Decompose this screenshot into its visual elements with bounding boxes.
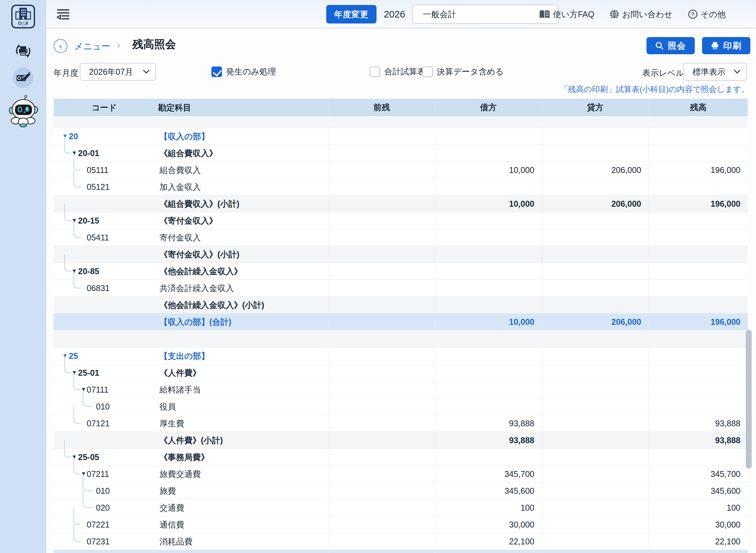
table-row-20-01[interactable]: ▼20-01《組合費収入》 [54, 145, 748, 162]
cell-debit: 10,000 [435, 162, 542, 178]
include-closing-label: 決算データ含める [437, 66, 504, 77]
amount-value: 93,888 [509, 415, 534, 432]
vertical-scrollbar[interactable] [746, 330, 752, 469]
table-row-20-85[interactable]: ▼20-85《他会計繰入金収入》 [54, 263, 748, 280]
account-name: 組合費収入 [159, 162, 201, 179]
table-row-25-05[interactable]: ▼25-05《事務局費》 [54, 449, 748, 466]
column-header-credit: 貸方 [542, 99, 649, 116]
amount-value: 345,700 [711, 466, 741, 483]
content: ‹ メニュー › 残高照会 照会 [46, 28, 756, 553]
cell-debit: 93,888 [435, 432, 542, 449]
tree-connector [73, 221, 81, 238]
inquire-button[interactable]: 照会 [647, 37, 695, 54]
cell-balance [649, 280, 748, 296]
account-code: 25-01 [78, 365, 99, 381]
account-name: 旅費交通費 [159, 466, 201, 483]
cell-prev-balance [328, 162, 435, 178]
cell-debit: 345,600 [435, 483, 542, 499]
account-code: 20-15 [78, 212, 99, 229]
table-row-25[interactable]: ▼25【支出の部】 [54, 347, 748, 365]
robot-mascot[interactable] [6, 95, 41, 128]
globe-icon [609, 9, 619, 19]
table-row-25-01[interactable]: ▼25-01《人件費》 [54, 365, 748, 381]
table-row-20-15[interactable]: ▼20-15《寄付金収入》 [54, 212, 748, 229]
breadcrumb-menu-link[interactable]: メニュー [74, 41, 110, 52]
sidebar-collapse-icon[interactable] [56, 7, 70, 21]
table-row-07111[interactable]: ▼07111給料諸手当 [54, 381, 748, 398]
cell-credit [542, 229, 649, 246]
cell-debit [435, 398, 542, 415]
cell-account: ▼20-85《他会計繰入金収入》 [54, 263, 328, 280]
tree-connector [64, 136, 71, 153]
cell-account: ▼20【収入の部】 [54, 128, 328, 145]
tree-connector [73, 170, 81, 187]
include-closing-checkbox[interactable]: 決算データ含める [422, 66, 504, 77]
back-button[interactable]: ‹ [54, 39, 68, 53]
account-name: 寄付金収入 [159, 229, 201, 246]
year-month-select[interactable]: 2026年07月 [80, 63, 156, 81]
table-header-row: コード勘定科目前残借方貸方残高 [54, 99, 748, 116]
table-row-20[interactable]: ▼20【収入の部】 [54, 128, 748, 145]
print-sync-icon[interactable] [13, 41, 33, 61]
cell-account: ▼20-15《寄付金収入》 [54, 212, 328, 229]
occurred-only-label: 発生のみ処理 [226, 66, 276, 77]
balance-table: コード勘定科目前残借方貸方残高▼20【収入の部】▼20-01《組合費収入》051… [54, 98, 748, 553]
faq-link[interactable]: 使い方FAQ [539, 9, 595, 20]
table-row-07231: 07231消耗品費22,10022,100 [54, 533, 748, 550]
company-logo-icon[interactable]: O△X [11, 5, 35, 28]
cell-credit [542, 398, 649, 415]
account-name: 【支出の部】 [159, 347, 210, 365]
display-level-select[interactable]: 標準表示 [683, 63, 747, 81]
cell-debit [435, 145, 542, 161]
filter-row: 年月度 2026年07月 発生のみ処理 合計試算表 決算データ含める [54, 63, 756, 83]
account-code: 010 [96, 398, 110, 415]
trial-balance-checkbox[interactable]: 合計試算表 [370, 66, 426, 77]
cell-debit [435, 212, 542, 229]
amount-value: 93,888 [509, 432, 534, 449]
table-row-total: 【収入の部】(合計)10,000206,000196,000 [54, 314, 748, 330]
cell-prev-balance [328, 415, 435, 431]
amount-value: 30,000 [715, 516, 741, 533]
year-change-button[interactable]: 年度変更 [326, 5, 377, 23]
cell-credit: 206,000 [542, 195, 649, 212]
cell-prev-balance [328, 347, 435, 364]
cell-debit [435, 263, 542, 280]
account-code: 020 [96, 499, 110, 516]
cell-balance: 100 [649, 499, 748, 516]
payment-hand-icon[interactable] [13, 68, 33, 88]
amount-value: 345,700 [505, 466, 534, 483]
account-book-value: 一般会計 [423, 9, 456, 20]
cell-balance: 196,000 [649, 195, 748, 212]
cell-prev-balance [328, 516, 435, 533]
others-link[interactable]: ? その他 [688, 9, 726, 20]
account-name: 《人件費》 [159, 365, 201, 381]
table-row-05111: 05111組合費収入10,000206,000196,000 [54, 162, 748, 179]
account-code: 05121 [87, 179, 110, 195]
account-name: 役員 [159, 398, 176, 415]
account-name: 《他会計繰入金収入》 [159, 263, 242, 280]
printer-icon [711, 42, 719, 50]
table-row-07211[interactable]: ▼07211旅費交通費345,700345,700 [54, 466, 748, 483]
print-button[interactable]: 印刷 [702, 37, 750, 54]
cell-balance [649, 297, 748, 313]
account-name: 通信費 [159, 516, 184, 533]
cell-credit [542, 499, 649, 516]
occurred-only-checkbox[interactable]: 発生のみ処理 [211, 66, 276, 77]
account-book-select[interactable]: 一般会計 [412, 5, 559, 24]
cell-account: 010旅費 [54, 483, 328, 499]
logo-text: O△X [18, 20, 29, 26]
amount-value: 100 [520, 499, 534, 516]
cell-debit [435, 246, 542, 263]
tree-connector [64, 204, 71, 221]
account-code: 07221 [87, 516, 110, 533]
cell-balance [649, 449, 748, 465]
tree-connector [73, 406, 81, 424]
tree-connector [73, 457, 81, 474]
cell-debit [435, 365, 542, 381]
contact-link[interactable]: お問い合わせ [609, 9, 672, 20]
account-name: 《寄付金収入》 [159, 212, 217, 229]
cell-balance: 30,000 [649, 516, 748, 533]
table-partial-row [54, 550, 748, 553]
topbar-links: 使い方FAQ お問い合わせ [539, 0, 726, 28]
account-code: 07231 [87, 533, 110, 550]
